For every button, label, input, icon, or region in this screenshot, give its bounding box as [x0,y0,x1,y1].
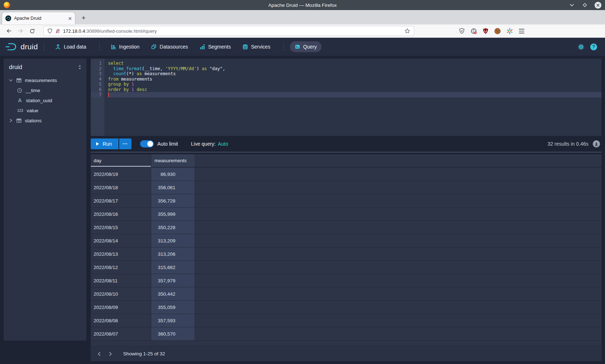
sidebar-item-stations[interactable]: stations [4,115,86,126]
container-mask-icon[interactable] [470,28,477,35]
sidebar-item-time[interactable]: __time [4,85,86,95]
column-header-measurements[interactable]: measurements [151,154,194,167]
pocket-shield-icon[interactable] [459,28,465,34]
browser-tab[interactable]: Apache Druid [2,12,75,24]
live-query-value[interactable]: Auto [218,141,228,147]
cell-measurements[interactable]: 356,061 [151,181,194,194]
cell-measurements[interactable]: 350,442 [151,287,194,300]
cell-day[interactable]: 2022/08/11 [91,274,151,287]
ublock-icon[interactable] [483,28,489,34]
url-host: 172.18.0.4 [63,28,85,34]
double-caret-icon[interactable] [78,65,82,70]
table-header-row: daymeasurements [91,154,601,168]
cell-measurements[interactable]: 315,682 [151,261,194,274]
row-filler [194,274,601,287]
cell-day[interactable]: 2022/08/09 [91,301,151,314]
maximize-icon[interactable] [582,2,588,8]
query-console-icon [295,44,300,50]
bookmark-star-icon[interactable] [404,28,410,34]
line-number: 7 [91,92,102,97]
nav-services[interactable]: Services [238,41,275,52]
close-icon[interactable] [595,2,601,9]
nav-load-data[interactable]: Load data [50,41,91,52]
cell-measurements[interactable]: 350,228 [151,221,194,234]
cell-day[interactable]: 2022/08/14 [91,234,151,247]
cell-day[interactable]: 2022/08/19 [91,168,151,181]
results-divider[interactable] [91,152,601,153]
cookie-icon[interactable] [494,28,501,35]
menu-hamburger-icon[interactable] [519,28,525,34]
cell-measurements[interactable]: 357,593 [151,314,194,327]
cell-measurements[interactable]: 355,059 [151,301,194,314]
help-icon[interactable]: ? [590,44,597,50]
row-filler [194,327,601,340]
druid-brand[interactable]: druid [5,42,38,51]
cell-day[interactable]: 2022/08/16 [91,208,151,220]
cell-measurements[interactable]: 86,930 [151,168,194,181]
cell-day[interactable]: 2022/08/15 [91,221,151,234]
cell-measurements[interactable]: 357,979 [151,274,194,287]
tab-close-icon[interactable] [68,17,72,20]
table-row: 2022/08/18356,061 [91,181,601,194]
row-filler [194,168,601,181]
run-more-button[interactable]: ••• [119,138,131,149]
url-bar[interactable]: 172.18.0.4:30899/unified-console.html#qu… [43,26,414,36]
cell-day[interactable]: 2022/08/10 [91,287,151,300]
sql-editor[interactable]: 1234567 select time_format(__time, 'YYYY… [91,59,601,136]
row-filler [194,314,601,327]
cell-day[interactable]: 2022/08/12 [91,261,151,274]
prev-page-icon[interactable] [94,349,104,359]
brand-wordmark: druid [21,42,38,51]
table-icon [16,78,22,83]
next-page-icon[interactable] [106,349,115,359]
string-icon: A [17,97,23,103]
minimize-icon[interactable] [569,2,575,8]
row-filler [194,181,601,194]
sidebar-item-station-uuid[interactable]: A station_uuid [4,95,86,105]
editor-code: select time_format(__time, 'YYYY/MM/dd')… [104,59,601,136]
back-button[interactable] [4,26,14,36]
cell-day[interactable]: 2022/08/13 [91,247,151,260]
sidebar-item-measurements[interactable]: measurements [4,75,86,85]
cell-day[interactable]: 2022/08/08 [91,314,151,327]
reload-button[interactable] [27,26,37,36]
url-path: :30899/unified-console.html#query [85,28,157,34]
download-icon[interactable] [593,140,600,147]
new-tab-button[interactable]: + [78,12,89,24]
chevron-right-icon[interactable] [9,119,13,122]
window-titlebar: Apache Druid — Mozilla Firefox [0,0,605,10]
nav-divider [44,42,44,51]
cell-measurements[interactable]: 356,728 [151,194,194,207]
nav-query[interactable]: Query [290,41,322,52]
table-row: 2022/08/08357,593 [91,314,601,327]
nav-divider [283,42,284,51]
extension-asterisk-icon[interactable] [506,28,513,35]
forward-button[interactable] [15,26,26,36]
datasources-icon [151,44,157,50]
insecure-lock-icon[interactable] [55,28,60,34]
cell-day[interactable]: 2022/08/17 [91,194,151,207]
nav-ingestion[interactable]: Ingestion [106,41,144,52]
nav-label: Ingestion [119,44,140,50]
run-button[interactable]: Run [91,138,118,149]
cell-day[interactable]: 2022/08/18 [91,181,151,194]
nav-segments[interactable]: Segments [195,41,236,52]
cell-day[interactable]: 2022/08/07 [91,327,151,340]
settings-gear-icon[interactable] [578,44,584,50]
cell-measurements[interactable]: 355,999 [151,208,194,220]
nav-label: Segments [208,44,231,50]
nav-label: Services [251,44,270,50]
cell-measurements[interactable]: 313,206 [151,247,194,260]
nav-label: Datasources [160,44,188,50]
table-row: 2022/08/1986,930 [91,168,601,181]
nav-datasources[interactable]: Datasources [146,41,193,52]
sidebar-item-value[interactable]: 123 value [4,105,86,115]
chevron-down-icon[interactable] [9,79,13,82]
cell-measurements[interactable]: 360,570 [151,327,194,340]
number-icon: 123 [17,109,23,113]
shield-icon[interactable] [47,28,53,34]
table-row: 2022/08/12315,682 [91,261,601,274]
cell-measurements[interactable]: 313,209 [151,234,194,247]
auto-limit-toggle[interactable] [140,140,154,147]
column-header-day[interactable]: day [91,154,151,167]
